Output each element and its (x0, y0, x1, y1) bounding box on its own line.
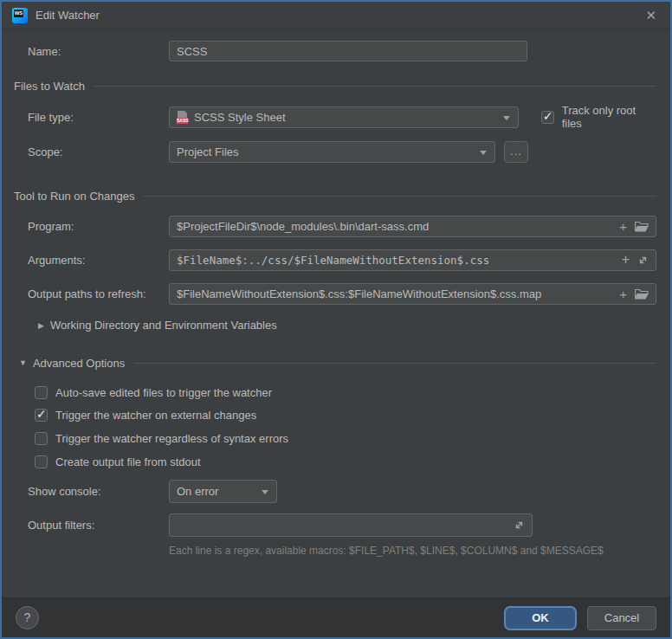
separator-line (94, 86, 656, 87)
expand-field-icon[interactable] (637, 255, 649, 266)
scope-value: Project Files (177, 145, 239, 158)
program-label: Program: (28, 220, 169, 233)
working-directory-collapsible[interactable]: ▶ Working Directory and Environment Vari… (2, 319, 670, 332)
scope-label: Scope: (28, 145, 169, 158)
expand-field-icon[interactable] (514, 520, 525, 531)
arguments-label: Arguments: (28, 254, 169, 267)
separator-line (133, 363, 656, 364)
chevron-down-icon: ▼ (19, 358, 27, 367)
stdout-checkbox[interactable] (35, 455, 48, 468)
autosave-checkbox[interactable] (35, 386, 48, 399)
scope-browse-button[interactable]: ... (504, 141, 528, 163)
stdout-label: Create output file from stdout (55, 455, 201, 468)
help-button[interactable]: ? (16, 606, 39, 629)
close-icon[interactable]: ✕ (642, 7, 660, 23)
program-input[interactable] (177, 220, 649, 233)
edit-watcher-dialog: WS Edit Watcher ✕ Name: Files to Watch F… (0, 0, 672, 639)
file-type-row: File type: SASS SCSS Style Sheet Track o… (2, 104, 670, 130)
scss-file-icon: SASS (177, 111, 188, 124)
browse-folder-icon[interactable] (635, 288, 649, 300)
output-filters-row: Output filters: (2, 513, 670, 537)
dialog-title: Edit Watcher (36, 9, 100, 22)
external-changes-checkbox[interactable] (35, 409, 48, 422)
browse-folder-icon[interactable] (635, 221, 649, 232)
insert-macro-icon[interactable]: + (619, 287, 627, 300)
webstorm-icon: WS (12, 8, 28, 23)
output-paths-field[interactable]: + (169, 283, 656, 305)
chevron-down-icon (262, 490, 268, 494)
arguments-field[interactable]: + (169, 249, 656, 271)
chevron-down-icon (503, 116, 510, 120)
syntax-errors-row: Trigger the watcher regardless of syntax… (2, 432, 670, 445)
show-console-row: Show console: On error (2, 480, 670, 503)
insert-macro-icon[interactable]: + (622, 254, 630, 267)
show-console-value: On error (177, 485, 218, 498)
cancel-button[interactable]: Cancel (587, 606, 656, 630)
working-directory-label: Working Directory and Environment Variab… (50, 319, 277, 332)
show-console-label: Show console: (28, 485, 169, 498)
show-console-combobox[interactable]: On error (169, 480, 277, 503)
output-filters-hint: Each line is a regex, available macros: … (169, 545, 670, 557)
ok-button[interactable]: OK (504, 606, 577, 630)
output-filters-field[interactable] (169, 513, 533, 537)
external-changes-label: Trigger the watcher on external changes (55, 409, 256, 422)
syntax-errors-checkbox[interactable] (35, 432, 48, 445)
name-field[interactable] (169, 41, 527, 61)
section-files-to-watch: Files to Watch (2, 79, 670, 93)
track-only-root-label: Track only root files (562, 104, 656, 130)
chevron-right-icon: ▶ (38, 321, 44, 330)
file-type-label: File type: (28, 111, 169, 124)
scope-row: Scope: Project Files ... (2, 141, 670, 163)
arguments-input[interactable] (177, 254, 649, 267)
advanced-options-title: Advanced Options (33, 357, 125, 370)
name-row: Name: (2, 41, 670, 61)
name-input[interactable] (177, 45, 520, 58)
section-tool-to-run-title: Tool to Run on Changes (14, 190, 134, 203)
output-filters-input[interactable] (177, 519, 525, 532)
name-label: Name: (28, 45, 169, 58)
autosave-row: Auto-save edited files to trigger the wa… (2, 386, 670, 399)
external-changes-row: Trigger the watcher on external changes (2, 409, 670, 422)
chevron-down-icon (480, 151, 487, 155)
syntax-errors-label: Trigger the watcher regardless of syntax… (55, 432, 288, 445)
program-row: Program: + (2, 216, 670, 237)
section-files-to-watch-title: Files to Watch (14, 80, 85, 93)
program-field[interactable]: + (169, 216, 656, 237)
file-type-combobox[interactable]: SASS SCSS Style Sheet (169, 106, 519, 128)
file-type-value: SCSS Style Sheet (194, 111, 286, 124)
stdout-row: Create output file from stdout (2, 455, 670, 468)
insert-macro-icon[interactable]: + (619, 220, 627, 233)
output-paths-input[interactable] (177, 287, 649, 300)
advanced-options-collapsible[interactable]: ▼ Advanced Options (2, 356, 670, 370)
separator-line (143, 196, 656, 197)
footer-bar: ? OK Cancel (2, 597, 670, 637)
scope-combobox[interactable]: Project Files (169, 141, 495, 163)
track-only-root-checkbox[interactable] (541, 111, 554, 124)
output-paths-label: Output paths to refresh: (28, 287, 169, 300)
autosave-label: Auto-save edited files to trigger the wa… (55, 386, 272, 399)
section-tool-to-run: Tool to Run on Changes (2, 189, 670, 203)
arguments-row: Arguments: + (2, 249, 670, 271)
title-bar[interactable]: WS Edit Watcher ✕ (2, 2, 670, 29)
output-paths-row: Output paths to refresh: + (2, 283, 670, 305)
output-filters-label: Output filters: (28, 519, 169, 532)
